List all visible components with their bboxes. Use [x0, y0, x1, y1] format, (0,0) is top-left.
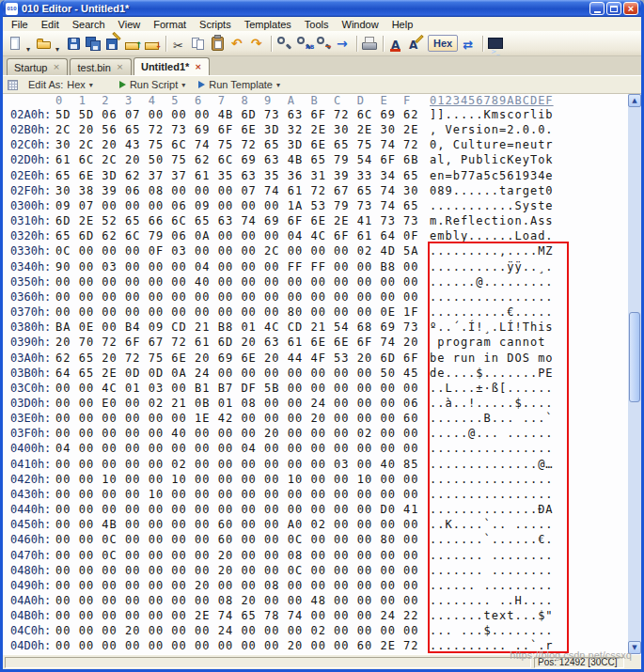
row-hex-bytes[interactable]: 00 00 00 00 00 00 2E 74 65 78 74 00 00 0… — [55, 608, 430, 623]
row-ascii-text[interactable]: ...........Syste — [430, 198, 554, 213]
row-hex-bytes[interactable]: 00 00 00 00 00 02 00 00 00 00 00 00 03 0… — [55, 457, 430, 472]
run-script-dropdown[interactable]: Run Script ▾ — [115, 78, 190, 91]
edit-as-dropdown[interactable]: Edit As: Hex ▾ — [24, 78, 98, 91]
menu-item[interactable]: File — [5, 19, 35, 30]
menu-item[interactable]: Help — [385, 19, 420, 30]
row-ascii-text[interactable]: 089......target0 — [430, 183, 554, 198]
row-ascii-text[interactable]: 0, Culture=neutr — [430, 137, 554, 152]
row-hex-bytes[interactable]: 00 00 4B 00 00 00 00 60 00 00 A0 02 00 0… — [55, 517, 430, 532]
row-ascii-text[interactable]: ..à..!.....$.... — [430, 396, 554, 411]
row-hex-bytes[interactable]: 65 6D 62 6C 79 06 0A 00 00 00 04 4C 6F 6… — [55, 228, 430, 243]
row-hex-bytes[interactable]: 00 00 0C 00 00 00 00 60 00 00 0C 00 00 0… — [55, 532, 430, 547]
row-hex-bytes[interactable]: 00 00 00 00 00 40 00 00 00 20 00 00 00 0… — [55, 426, 430, 441]
row-hex-bytes[interactable]: 00 00 00 00 00 00 00 00 00 00 00 00 00 0… — [55, 289, 430, 305]
open-file-icon[interactable] — [35, 34, 55, 54]
menu-item[interactable]: Window — [336, 19, 385, 30]
row-ascii-text[interactable]: .......`......€. — [430, 532, 554, 547]
compare-icon[interactable] — [460, 34, 479, 54]
menu-item[interactable]: Scripts — [193, 19, 238, 30]
row-hex-bytes[interactable]: 62 65 20 72 75 6E 20 69 6E 20 44 4F 53 2… — [55, 351, 430, 366]
row-hex-bytes[interactable]: 00 00 00 00 10 00 00 00 00 00 00 00 00 0… — [55, 487, 430, 502]
save-all-icon[interactable] — [84, 34, 103, 54]
tab-close-icon[interactable]: × — [52, 63, 60, 71]
row-ascii-text[interactable]: ..........€..... — [430, 305, 554, 320]
run-template-dropdown[interactable]: Run Template ▾ — [194, 78, 285, 91]
undo-icon[interactable] — [228, 34, 248, 54]
row-hex-bytes[interactable]: 00 00 00 00 00 00 20 00 00 08 00 00 00 0… — [55, 578, 430, 593]
vertical-scrollbar[interactable]: ▲ ▼ — [628, 94, 641, 654]
row-hex-bytes[interactable]: 04 00 00 00 00 00 00 00 04 00 00 00 00 0… — [55, 441, 430, 456]
row-ascii-text[interactable]: ................ — [430, 289, 554, 305]
console-icon[interactable] — [486, 34, 506, 54]
row-ascii-text[interactable]: ]].....Kmscorlib — [430, 107, 554, 122]
tab-test-bin[interactable]: test.bin × — [70, 58, 131, 75]
row-hex-bytes[interactable]: 0C 00 00 00 0F 03 00 00 00 2C 00 00 00 0… — [55, 243, 430, 258]
scrollbar-thumb[interactable] — [629, 312, 640, 402]
tab-close-icon[interactable]: × — [194, 63, 202, 71]
row-hex-bytes[interactable]: 5D 5D 06 07 00 00 00 4B 6D 73 63 6F 72 6… — [55, 107, 430, 122]
hex-view-toggle-button[interactable]: Hex — [428, 35, 458, 52]
row-hex-bytes[interactable]: 00 00 10 00 00 10 00 00 00 00 10 00 00 1… — [55, 472, 430, 487]
row-hex-bytes[interactable]: 00 00 0C 00 00 00 00 20 00 00 08 00 00 0… — [55, 548, 430, 563]
open-file-dropdown-caret-icon[interactable] — [55, 34, 64, 54]
row-hex-bytes[interactable]: 61 6C 2C 20 50 75 62 6C 69 63 4B 65 79 5… — [55, 152, 430, 167]
row-ascii-text[interactable]: º..´.Í!¸.LÍ!This — [430, 320, 554, 335]
row-ascii-text[interactable]: de....$.......PE — [430, 366, 554, 381]
scroll-up-arrow[interactable]: ▲ — [628, 94, 641, 107]
paste-icon[interactable] — [209, 34, 228, 54]
row-ascii-text[interactable]: ..........ÿÿ..¸. — [430, 259, 554, 274]
row-ascii-text[interactable]: ......@......... — [430, 274, 554, 289]
row-hex-bytes[interactable]: 00 00 00 00 00 00 00 00 00 00 20 00 00 6… — [55, 638, 430, 653]
font-icon[interactable] — [386, 34, 406, 54]
row-hex-bytes[interactable]: 00 00 00 00 00 00 00 08 20 00 00 48 00 0… — [55, 593, 430, 608]
row-ascii-text[interactable]: , Version=2.0.0. — [430, 122, 554, 137]
save-copy-icon[interactable] — [103, 34, 123, 54]
row-ascii-text[interactable]: ...... ......... — [430, 578, 554, 593]
row-ascii-text[interactable]: ....... ........ — [430, 548, 554, 563]
row-ascii-text[interactable]: ..L...±·ß[...... — [430, 381, 554, 396]
navigate-icon[interactable] — [334, 34, 353, 54]
new-file-icon[interactable] — [6, 34, 25, 54]
tab-untitled1[interactable]: Untitled1* × — [134, 57, 210, 75]
close-button[interactable]: × — [623, 2, 638, 15]
row-hex-bytes[interactable]: 2C 20 56 65 72 73 69 6F 6E 3D 32 2E 30 2… — [55, 122, 430, 137]
row-hex-bytes[interactable]: 00 00 00 00 00 00 00 20 00 00 0C 00 00 0… — [55, 563, 430, 578]
row-ascii-text[interactable]: ................ — [430, 487, 554, 502]
tab-startup[interactable]: Startup × — [7, 58, 68, 75]
row-hex-bytes[interactable]: 00 00 00 20 00 00 00 24 00 00 00 02 00 0… — [55, 623, 430, 638]
row-ascii-text[interactable]: ..............ÐA — [430, 502, 554, 517]
row-ascii-text[interactable]: m.Reflection.Ass — [430, 213, 554, 228]
copy-icon[interactable] — [189, 34, 209, 54]
row-hex-bytes[interactable]: 00 00 00 00 00 00 1E 42 00 00 00 20 00 0… — [55, 411, 430, 426]
row-hex-bytes[interactable]: 64 65 2E 0D 0D 0A 24 00 00 00 00 00 00 0… — [55, 366, 430, 381]
replace-icon[interactable] — [294, 34, 314, 54]
menu-item[interactable]: Tools — [298, 19, 336, 30]
print-icon[interactable] — [360, 34, 380, 54]
row-hex-bytes[interactable]: 00 00 00 00 00 00 00 00 00 00 80 00 00 0… — [55, 305, 430, 320]
import-icon[interactable] — [143, 34, 163, 54]
row-ascii-text[interactable]: al, PublicKeyTok — [430, 152, 554, 167]
redo-icon[interactable] — [248, 34, 268, 54]
row-ascii-text[interactable]: en=b77a5c561934e — [430, 168, 554, 183]
minimize-button[interactable] — [589, 2, 605, 15]
menu-item[interactable]: View — [112, 19, 148, 30]
hex-editor[interactable]: 0 1 2 3 4 5 6 7 8 9 A B C D E F012345678… — [3, 94, 628, 654]
menu-item[interactable]: Templates — [238, 19, 298, 30]
row-ascii-text[interactable]: .....@... ...... — [430, 426, 554, 441]
row-ascii-text[interactable]: embly......Load. — [430, 228, 554, 243]
row-hex-bytes[interactable]: 20 70 72 6F 67 72 61 6D 20 63 61 6E 6E 6… — [55, 335, 430, 350]
row-ascii-text[interactable]: .......B... ...` — [430, 411, 554, 426]
maximize-button[interactable] — [606, 2, 621, 15]
row-ascii-text[interactable]: ................ — [430, 441, 554, 456]
row-ascii-text[interactable]: ....... ........ — [430, 563, 554, 578]
row-hex-bytes[interactable]: 00 00 00 00 00 00 40 00 00 00 00 00 00 0… — [55, 274, 430, 289]
row-ascii-text[interactable]: .........,....MZ — [430, 243, 554, 258]
row-ascii-text[interactable]: program cannot — [430, 335, 554, 350]
row-ascii-text[interactable]: be run in DOS mo — [430, 351, 554, 366]
row-hex-bytes[interactable]: 00 00 E0 00 02 21 0B 01 08 00 00 24 00 0… — [55, 396, 430, 411]
row-hex-bytes[interactable]: 30 2C 20 43 75 6C 74 75 72 65 3D 6E 65 7… — [55, 137, 430, 152]
row-ascii-text[interactable]: ..K....`.. ..... — [430, 517, 554, 532]
new-file-dropdown-caret-icon[interactable] — [25, 34, 35, 54]
row-hex-bytes[interactable]: 65 6E 3D 62 37 37 61 35 63 35 36 31 39 3… — [55, 168, 430, 183]
row-ascii-text[interactable]: ................ — [430, 472, 554, 487]
